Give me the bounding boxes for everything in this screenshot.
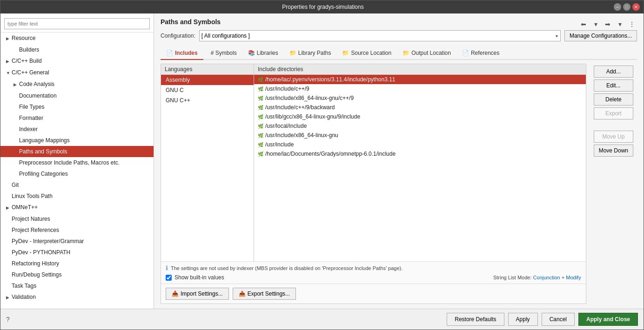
sidebar-item-project-references[interactable]: Project References: [0, 224, 154, 236]
lang-item-gnu-cpp[interactable]: GNU C++: [161, 95, 254, 106]
tab-references[interactable]: 📄References: [456, 47, 505, 60]
import-settings-button[interactable]: 📥 Import Settings...: [166, 288, 229, 300]
bottom-left: ?: [6, 316, 443, 323]
export-path-button[interactable]: Export: [594, 107, 633, 119]
tab-symbols[interactable]: # Symbols: [203, 47, 242, 60]
expander-cpp-build: ▶: [6, 57, 12, 66]
delete-button[interactable]: Delete: [594, 93, 633, 106]
lang-item-gnu-c[interactable]: GNU C: [161, 85, 254, 95]
expander-omnetpp: ▶: [6, 203, 12, 212]
window-title: Properties for gradys-simulations: [32, 4, 614, 10]
import-icon: 📥: [172, 290, 179, 297]
side-buttons: Add... Edit... Delete Export Move Up Mov…: [590, 64, 637, 304]
dir-item-7[interactable]: 🌿/usr/include: [254, 140, 586, 149]
sidebar-item-builders[interactable]: Builders: [0, 44, 154, 55]
expander-resource: ▶: [6, 34, 12, 43]
dir-item-2[interactable]: 🌿/usr/include/x86_64-linux-gnu/c++/9: [254, 93, 586, 103]
dir-item-1[interactable]: 🌿/usr/include/c++/9: [254, 84, 586, 93]
sidebar-item-profiling-categories[interactable]: Profiling Categories: [0, 168, 154, 179]
sidebar-item-language-mappings[interactable]: Language Mappings: [0, 135, 154, 146]
sidebar-item-omnetpp[interactable]: ▶OMNeT++: [0, 202, 154, 213]
import-export-row: 📥 Import Settings... 📤 Export Settings..…: [161, 284, 586, 304]
move-up-button[interactable]: Move Up: [594, 131, 633, 143]
dir-icon-4: 🌿: [258, 114, 263, 119]
dir-item-3[interactable]: 🌿/usr/include/c++/9/backward: [254, 103, 586, 112]
tree-container: ▶ResourceBuilders▶C/C++ Build▼C/C++ Gene…: [0, 33, 154, 303]
sidebar-item-validation[interactable]: ▶Validation: [0, 291, 154, 303]
close-button[interactable]: ✕: [632, 3, 640, 11]
back-button[interactable]: ⬅: [578, 19, 589, 29]
search-input[interactable]: [4, 18, 150, 29]
dir-icon-5: 🌿: [258, 124, 263, 129]
sidebar-item-run-debug[interactable]: Run/Debug Settings: [0, 269, 154, 280]
bottom-bar: ? Restore Defaults Apply Cancel Apply an…: [0, 309, 644, 330]
conjunction-link[interactable]: Conjunction: [533, 275, 560, 280]
show-builtin-checkbox[interactable]: [166, 275, 172, 281]
tab-output-location[interactable]: 📁Output Location: [397, 47, 456, 60]
sidebar-item-paths-and-symbols[interactable]: Paths and Symbols: [0, 146, 154, 157]
config-select[interactable]: [ All configurations ]: [199, 30, 561, 41]
sidebar-item-linux-tools[interactable]: Linux Tools Path: [0, 191, 154, 202]
restore-defaults-button[interactable]: Restore Defaults: [447, 313, 504, 326]
dir-item-5[interactable]: 🌿/usr/local/include: [254, 121, 586, 131]
add-button[interactable]: Add...: [594, 66, 633, 78]
sidebar-item-task-tags[interactable]: Task Tags: [0, 280, 154, 291]
sidebar-item-code-analysis[interactable]: ▶Code Analysis: [0, 79, 154, 90]
sidebar-item-project-natures[interactable]: Project Natures: [0, 213, 154, 224]
window-controls: ─ □ ✕: [614, 3, 640, 11]
sidebar-item-git[interactable]: Git: [0, 179, 154, 191]
forward-dropdown-button[interactable]: ▾: [590, 19, 601, 29]
languages-header: Languages: [161, 64, 254, 75]
lang-item-assembly[interactable]: Assembly: [161, 75, 254, 85]
sidebar-item-cpp-build[interactable]: ▶C/C++ Build: [0, 55, 154, 67]
help-icon[interactable]: ?: [6, 316, 10, 323]
dir-item-4[interactable]: 🌿/usr/lib/gcc/x86_64-linux-gnu/9/include: [254, 112, 586, 121]
export-icon: 📤: [239, 290, 246, 297]
language-pane: Languages AssemblyGNU CGNU C++: [161, 64, 254, 261]
expander-validation: ▶: [6, 293, 12, 302]
page-title: Paths and Symbols: [161, 18, 221, 26]
apply-button[interactable]: Apply: [508, 313, 538, 326]
manage-configurations-button[interactable]: Manage Configurations...: [564, 30, 637, 41]
sidebar-item-cpp-general[interactable]: ▼C/C++ General: [0, 67, 154, 79]
panel-inner: Languages AssemblyGNU CGNU C++ Include d…: [161, 64, 586, 261]
menu-button[interactable]: ⋮: [627, 19, 637, 29]
sidebar-item-formatter[interactable]: Formatter: [0, 112, 154, 124]
directory-pane: Include directories 🌿/home/lac/.pyenv/ve…: [254, 64, 586, 261]
dropdown-button[interactable]: ▾: [615, 19, 625, 29]
sidebar-item-resource[interactable]: ▶Resource: [0, 33, 154, 44]
source-location-tab-icon: 📁: [342, 50, 349, 56]
sidebar-item-refactoring[interactable]: Refactoring History: [0, 258, 154, 269]
info-icon: ℹ: [166, 264, 168, 271]
sidebar-item-preprocessor[interactable]: Preprocessor Include Paths, Macros etc.: [0, 157, 154, 168]
sidebar-item-documentation[interactable]: Documentation: [0, 90, 154, 101]
tabs: 📄Includes# Symbols📚Libraries📁Library Pat…: [161, 47, 637, 60]
sidebar-item-file-types[interactable]: File Types: [0, 101, 154, 112]
dir-item-0[interactable]: 🌿/home/lac/.pyenv/versions/3.11.4/includ…: [254, 75, 586, 84]
minimize-button[interactable]: ─: [614, 3, 621, 11]
info-row: ℹ The settings are not used by indexer (…: [166, 264, 581, 271]
dir-item-8[interactable]: 🌿/home/lac/Documents/Gradys/omnetpp-6.0.…: [254, 149, 586, 158]
sidebar-item-pydev-pythonpath[interactable]: PyDev - PYTHONPATH: [0, 247, 154, 258]
sidebar-item-pydev-grammar[interactable]: PyDev - Interpreter/Grammar: [0, 236, 154, 247]
tab-includes[interactable]: 📄Includes: [161, 47, 203, 60]
toolbar-icons: ⬅ ▾ ➡ ▾ ⋮: [578, 19, 637, 29]
forward-button[interactable]: ➡: [603, 19, 613, 29]
move-down-button[interactable]: Move Down: [594, 145, 633, 157]
content-area: Paths and Symbols ⬅ ▾ ➡ ▾ ⋮ Configuratio…: [154, 13, 644, 309]
language-list: AssemblyGNU CGNU C++: [161, 75, 254, 261]
tab-source-location[interactable]: 📁Source Location: [336, 47, 397, 60]
apply-and-close-button[interactable]: Apply and Close: [578, 313, 638, 326]
cancel-button[interactable]: Cancel: [542, 313, 575, 326]
dir-icon-0: 🌿: [258, 77, 263, 82]
sidebar-item-indexer[interactable]: Indexer: [0, 124, 154, 135]
maximize-button[interactable]: □: [623, 3, 631, 11]
tab-libraries[interactable]: 📚Libraries: [242, 47, 284, 60]
dir-item-6[interactable]: 🌿/usr/include/x86_64-linux-gnu: [254, 131, 586, 140]
dir-icon-3: 🌿: [258, 105, 263, 110]
dir-icon-8: 🌿: [258, 152, 263, 157]
tab-library-paths[interactable]: 📁Library Paths: [284, 47, 337, 60]
modify-link[interactable]: Modify: [566, 275, 581, 280]
export-settings-button[interactable]: 📤 Export Settings...: [233, 288, 296, 300]
edit-button[interactable]: Edit...: [594, 79, 633, 92]
